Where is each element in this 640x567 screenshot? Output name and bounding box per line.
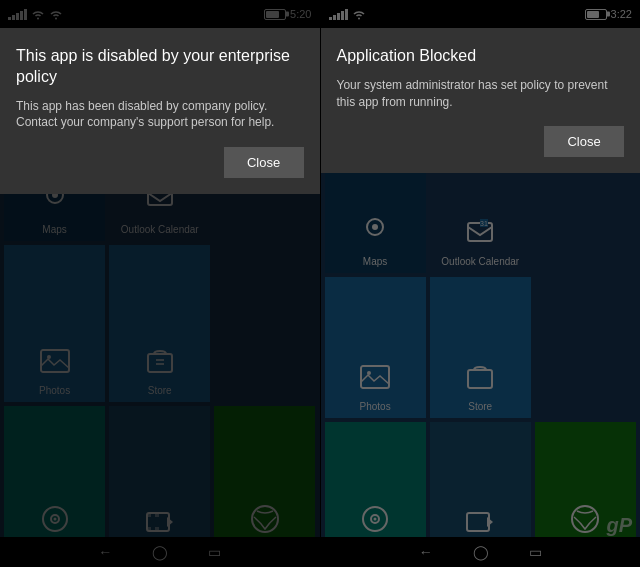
close-button-2[interactable]: Close bbox=[544, 126, 624, 157]
phone-screen-1: 5:20 Maps 31 Outlook Cal bbox=[0, 0, 320, 567]
dialog-buttons-1: Close bbox=[16, 147, 304, 178]
dialog-overlay-1: This app is disabled by your enterprise … bbox=[0, 0, 320, 567]
dialog-title-2: Application Blocked bbox=[337, 46, 625, 67]
close-button-1[interactable]: Close bbox=[224, 147, 304, 178]
dialog-title-1: This app is disabled by your enterprise … bbox=[16, 46, 304, 88]
dialog-1: This app is disabled by your enterprise … bbox=[0, 28, 320, 194]
dialog-buttons-2: Close bbox=[337, 126, 625, 157]
dialog-2: Application Blocked Your system administ… bbox=[321, 28, 641, 173]
phone-screen-2: 3:22 People Cortana Maps bbox=[321, 0, 641, 567]
dialog-body-1: This app has been disabled by company po… bbox=[16, 98, 304, 132]
dialog-overlay-2: Application Blocked Your system administ… bbox=[321, 0, 641, 567]
dialog-body-2: Your system administrator has set policy… bbox=[337, 77, 625, 111]
